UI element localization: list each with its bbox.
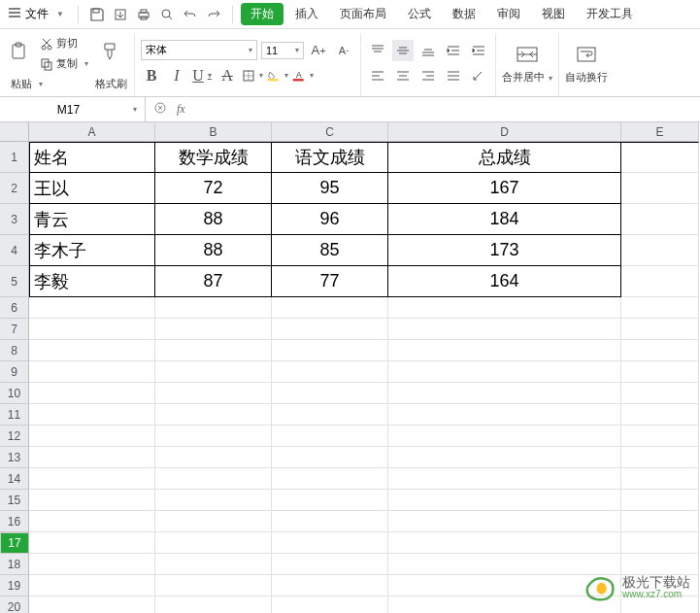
cell[interactable]: 88	[155, 235, 272, 266]
select-all-corner[interactable]	[0, 122, 29, 142]
cut-button[interactable]: 剪切	[37, 34, 91, 52]
tab-formulas[interactable]: 公式	[398, 2, 441, 26]
cell[interactable]: 173	[388, 235, 621, 266]
tab-data[interactable]: 数据	[443, 2, 485, 26]
cell[interactable]: 姓名	[29, 142, 155, 173]
cell[interactable]	[272, 297, 388, 319]
cell[interactable]	[29, 554, 155, 575]
auto-wrap-button[interactable]: 自动换行	[565, 45, 608, 85]
row-header[interactable]: 2	[0, 173, 29, 204]
cell[interactable]	[388, 340, 621, 361]
undo-button[interactable]	[180, 4, 201, 25]
cell[interactable]	[621, 204, 699, 235]
increase-font-button[interactable]: A+	[308, 40, 329, 61]
cell[interactable]	[29, 383, 155, 404]
cell[interactable]	[388, 383, 621, 404]
cell[interactable]: 李毅	[29, 266, 155, 297]
underline-button[interactable]: U▾	[191, 65, 213, 86]
cell[interactable]	[621, 340, 699, 361]
tab-start[interactable]: 开始	[241, 3, 283, 25]
cell[interactable]	[272, 468, 388, 490]
cell[interactable]	[272, 490, 388, 511]
row-header[interactable]: 20	[0, 596, 29, 613]
cell[interactable]	[29, 404, 155, 426]
cell[interactable]	[388, 297, 621, 319]
cell[interactable]: 184	[388, 204, 621, 235]
column-header[interactable]: A	[29, 122, 155, 142]
cell[interactable]: 李木子	[29, 235, 155, 266]
cell[interactable]	[155, 319, 272, 340]
cell[interactable]	[155, 468, 272, 490]
cell[interactable]	[272, 404, 388, 426]
justify-button[interactable]	[443, 65, 464, 86]
fill-color-button[interactable]: ▾	[267, 65, 288, 86]
cell[interactable]: 88	[155, 204, 272, 235]
cell[interactable]: 85	[272, 235, 388, 266]
cell[interactable]	[29, 361, 155, 383]
cell[interactable]	[272, 532, 388, 554]
column-header[interactable]: B	[155, 122, 272, 142]
cell[interactable]	[155, 532, 272, 554]
merge-center-button[interactable]: 合并居中▾	[502, 45, 552, 85]
align-middle-button[interactable]	[392, 40, 414, 61]
cell[interactable]	[272, 575, 388, 596]
row-header[interactable]: 10	[0, 383, 29, 404]
cell[interactable]	[388, 490, 621, 511]
cell[interactable]	[272, 361, 388, 383]
cell[interactable]	[621, 142, 699, 173]
cell[interactable]: 77	[272, 266, 388, 297]
bold-button[interactable]: B	[141, 65, 162, 86]
tab-developer[interactable]: 开发工具	[577, 2, 643, 26]
preview-button[interactable]	[156, 4, 178, 25]
column-header[interactable]: D	[388, 122, 621, 142]
cell[interactable]	[272, 340, 388, 361]
cell[interactable]	[621, 297, 699, 319]
cell[interactable]	[155, 490, 272, 511]
cell[interactable]	[388, 468, 621, 490]
cell[interactable]	[29, 426, 155, 447]
cell[interactable]	[621, 468, 699, 490]
cell[interactable]	[29, 319, 155, 340]
row-header[interactable]: 17	[0, 532, 29, 554]
row-header[interactable]: 13	[0, 447, 29, 468]
cell[interactable]	[388, 426, 621, 447]
cell[interactable]	[155, 404, 272, 426]
orientation-button[interactable]	[468, 65, 489, 86]
cell[interactable]	[272, 554, 388, 575]
tab-review[interactable]: 审阅	[487, 2, 530, 26]
row-header[interactable]: 9	[0, 361, 29, 383]
decrease-font-button[interactable]: A-	[333, 40, 354, 61]
cell[interactable]	[155, 447, 272, 468]
save-button[interactable]	[86, 4, 108, 25]
row-header[interactable]: 14	[0, 468, 29, 490]
copy-button[interactable]: 复制▾	[37, 54, 91, 73]
cell[interactable]	[388, 361, 621, 383]
cell[interactable]	[621, 490, 699, 511]
cell[interactable]	[29, 490, 155, 511]
cell[interactable]	[621, 404, 699, 426]
cell[interactable]	[621, 173, 699, 204]
cell[interactable]	[388, 447, 621, 468]
row-header[interactable]: 5	[0, 266, 29, 297]
cell[interactable]	[155, 511, 272, 532]
row-header[interactable]: 16	[0, 511, 29, 532]
align-top-button[interactable]	[367, 40, 388, 61]
cell[interactable]: 87	[155, 266, 272, 297]
cell[interactable]	[272, 447, 388, 468]
align-right-button[interactable]	[417, 65, 439, 86]
cell[interactable]	[272, 319, 388, 340]
cell[interactable]: 167	[388, 173, 621, 204]
cell[interactable]	[29, 297, 155, 319]
app-menu[interactable]: 文件 ▼	[8, 6, 64, 22]
cell[interactable]	[272, 596, 388, 613]
cell[interactable]	[621, 511, 699, 532]
cell[interactable]	[621, 426, 699, 447]
row-header[interactable]: 4	[0, 235, 29, 266]
cell[interactable]	[388, 532, 621, 554]
strikethrough-button[interactable]: A	[217, 65, 238, 86]
cell[interactable]	[29, 511, 155, 532]
font-size-select[interactable]: 11▾	[261, 42, 304, 59]
column-header[interactable]: C	[272, 122, 388, 142]
cell[interactable]: 95	[272, 173, 388, 204]
cell[interactable]	[155, 297, 272, 319]
